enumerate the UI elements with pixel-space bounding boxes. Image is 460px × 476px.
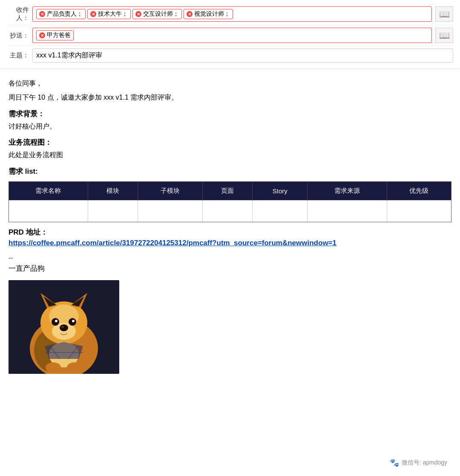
email-body: 各位同事， 周日下午 10 点，诚邀大家参加 xxx v1.1 需求内部评审。 … [0,69,460,382]
subject-label: 主题： [7,52,32,60]
cc-tag-label-1: 甲方爸爸 [47,32,71,39]
svg-point-17 [46,362,61,373]
cell-page [203,201,253,222]
col-header-submodule: 子模块 [138,182,203,201]
to-tag-2[interactable]: ✕ 技术大牛； [87,9,131,19]
col-header-module: 模块 [88,182,138,201]
subject-value: xxx v1.1需求内部评审 [36,51,102,60]
svg-point-15 [72,320,75,322]
tag-remove-icon-4[interactable]: ✕ [187,11,193,17]
email-header: 收件人： ✕ 产品负责人； ✕ 技术大牛； ✕ 交互设计师； ✕ 视觉设计师； [0,0,460,69]
to-tag-1[interactable]: ✕ 产品负责人； [36,9,86,19]
to-tag-label-4: 视觉设计师； [194,10,230,18]
section2-title: 业务流程图： [9,138,451,147]
svg-point-10 [60,324,68,331]
col-header-source: 需求来源 [308,182,387,201]
cell-priority [387,201,451,222]
to-row: 收件人： ✕ 产品负责人； ✕ 技术大牛； ✕ 交互设计师； ✕ 视觉设计师； [7,3,453,25]
invite-text: 周日下午 10 点，诚邀大家参加 xxx v1.1 需求内部评审。 [9,92,451,104]
tag-remove-icon-3[interactable]: ✕ [135,11,141,17]
cc-tag-remove-icon-1[interactable]: ✕ [39,32,45,38]
cell-submodule [138,201,203,222]
cell-story [253,201,308,222]
cell-name [9,201,88,222]
svg-point-11 [61,326,64,328]
prd-link[interactable]: https://coffee.pmcaff.com/article/319727… [9,239,336,247]
to-address-book-button[interactable]: 📖 [435,6,453,22]
cc-field[interactable]: ✕ 甲方爸爸 [32,28,432,43]
dog-svg [9,280,119,374]
subject-field[interactable]: xxx v1.1需求内部评审 [32,49,453,63]
cell-source [308,201,387,222]
cc-label: 抄送： [7,32,32,40]
section2-text: 此处是业务流程图 [9,149,451,161]
subject-row: 主题： xxx v1.1需求内部评审 [7,46,453,65]
to-label: 收件人： [7,6,32,22]
cc-row: 抄送： ✕ 甲方爸爸 📖 [7,25,453,46]
requirements-table: 需求名称 模块 子模块 页面 Story 需求来源 优先级 [9,182,451,222]
tag-remove-icon-2[interactable]: ✕ [90,11,96,17]
table-header-row: 需求名称 模块 子模块 页面 Story 需求来源 优先级 [9,182,451,201]
cell-module [88,201,138,222]
to-tag-label-2: 技术大牛； [98,10,128,18]
greeting-text: 各位同事， [9,77,451,90]
to-field[interactable]: ✕ 产品负责人； ✕ 技术大牛； ✕ 交互设计师； ✕ 视觉设计师； [32,6,432,22]
dog-image [9,280,119,374]
watermark-text: 微信号: apmdogy [402,459,447,467]
svg-point-13 [55,320,58,322]
watermark: 🐾 微信号: apmdogy [390,458,447,467]
prd-section-title: PRD 地址： [9,227,451,237]
col-header-name: 需求名称 [9,182,88,201]
section3-title: 需求 list: [9,166,451,176]
section1-text: 讨好核心用户。 [9,120,451,133]
to-tag-label-1: 产品负责人； [47,10,83,18]
col-header-story: Story [253,182,308,201]
to-tag-4[interactable]: ✕ 视觉设计师； [184,9,233,19]
cc-address-book-button[interactable]: 📖 [435,28,453,43]
watermark-icon: 🐾 [390,458,399,467]
col-header-priority: 优先级 [387,182,451,201]
section1-title: 需求背景： [9,109,451,119]
email-container: 收件人： ✕ 产品负责人； ✕ 技术大牛； ✕ 交互设计师； ✕ 视觉设计师； [0,0,460,382]
to-tag-label-3: 交互设计师； [143,10,179,18]
separator: -- [9,254,451,262]
table-row [9,201,451,222]
requirements-table-container: 需求名称 模块 子模块 页面 Story 需求来源 优先级 [9,181,451,222]
cc-tag-1[interactable]: ✕ 甲方爸爸 [36,30,74,40]
to-tag-3[interactable]: ✕ 交互设计师； [132,9,182,19]
svg-point-18 [67,362,82,373]
tag-remove-icon-1[interactable]: ✕ [39,11,45,17]
signature: 一直产品狗 [9,264,451,273]
col-header-page: 页面 [203,182,253,201]
